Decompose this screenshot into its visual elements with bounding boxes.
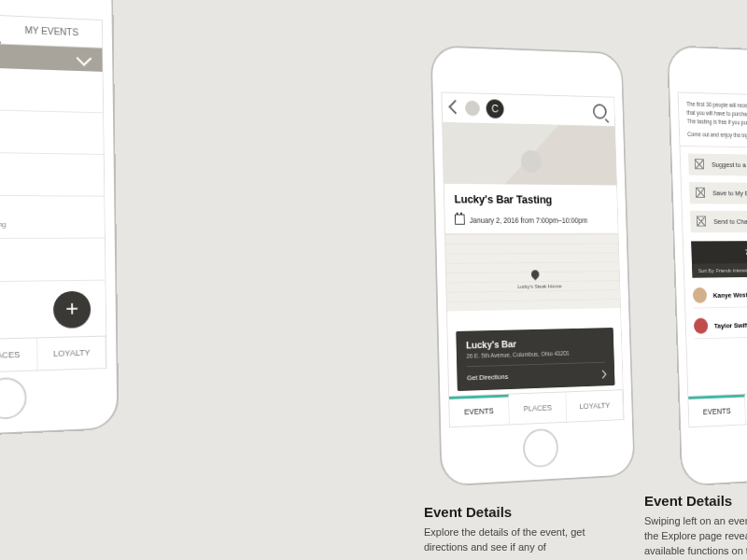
tab-events[interactable]: EVENTS [449, 395, 509, 427]
avatar [694, 318, 709, 334]
button-label: Save to My Events [712, 189, 747, 198]
list-item[interactable]: Bar Tastingby: Jesse George [0, 108, 104, 155]
venue-card: Lucky's Bar 26 E. 5th Avenue, Columbus, … [456, 328, 614, 391]
button-label: Send to Chat [713, 217, 747, 225]
list-item[interactable]: Bar Tastingby: Jesse George [0, 151, 104, 196]
app-logo: C [486, 99, 503, 119]
save-button[interactable]: Save to My Events [689, 182, 747, 204]
list-item[interactable]: Bar Tastingby: Jesse George [0, 64, 103, 113]
bottom-tabs: EVENTS PLACES LOYALTY [688, 389, 747, 427]
person-name: Taylor Swift [714, 321, 747, 329]
back-icon[interactable] [448, 100, 462, 115]
caption-body: Swiping left on an event from the Explor… [644, 514, 747, 560]
sort-row[interactable]: Sort By: Friends Interested in This Even… [692, 262, 747, 277]
desc-line: The tasting is free if you purchase a [687, 117, 747, 129]
home-button[interactable] [523, 428, 559, 469]
search-icon[interactable] [593, 104, 607, 119]
tab-my-events[interactable]: MY EVENTS [0, 16, 102, 48]
desc-line: Come out and enjoy the biggest ta [687, 131, 747, 142]
people-going-bar: 7 People Going [691, 241, 747, 264]
caption-title: Event Details [644, 493, 747, 509]
suggest-button[interactable]: Suggest to a Friend [688, 153, 747, 176]
phone-event-detail: C Lucky's Bar Tasting January 2, 2016 fr… [430, 45, 636, 486]
cta-label: Get Directions [467, 372, 508, 382]
screen: The first 30 people will receive a free … [678, 92, 747, 428]
add-button[interactable]: + [53, 291, 91, 329]
map[interactable]: Lucky's Steak House [445, 234, 620, 312]
chevron-right-icon [599, 371, 606, 379]
caption-event-details-2: Event Details Swiping left on an event f… [644, 493, 747, 560]
tab-loyalty[interactable]: LOYALTY [38, 337, 106, 371]
hero-image [443, 123, 616, 186]
list-item[interactable]: Bar Tastingu liked: Lola's Coffee Tastin… [0, 195, 105, 239]
event-sub: Nationwide Insurance [0, 262, 94, 273]
avatar [693, 287, 708, 303]
send-chat-button[interactable]: Send to Chat [690, 211, 747, 232]
person-name: Kanye West [712, 290, 747, 299]
tab-places[interactable]: PLACES [0, 338, 38, 371]
event-title: Bar Tasting [0, 118, 92, 134]
list-item[interactable]: Kanye West [693, 281, 747, 308]
screen: C Lucky's Bar Tasting January 2, 2016 fr… [441, 92, 624, 428]
chevron-down-icon [77, 50, 92, 65]
bottom-tabs: EVENTS PLACES LOYALTY [0, 336, 106, 375]
header: C [442, 92, 614, 126]
tab-events[interactable]: EVENTS [688, 395, 745, 427]
date-text: January 2, 2016 from 7:00pm–10:00pm [470, 216, 588, 224]
get-directions-button[interactable]: Get Directions [467, 362, 606, 383]
caption-event-details-1: Event Details Explore the details of the… [424, 504, 629, 555]
list-item[interactable]: ide MarathonNationwide Insurance [0, 239, 106, 284]
bottom-tabs: EVENTS PLACES LOYALTY [449, 389, 624, 427]
caption-body: Explore the details of the event, get di… [424, 525, 629, 555]
tab-loyalty[interactable]: LOYALTY [567, 390, 624, 422]
event-title: Lucky's Bar Tasting [444, 184, 618, 215]
tab-places[interactable]: PLACES [509, 392, 568, 424]
phone-explore-list: EXPLORE MY EVENTS Suggested Bar Tastingb… [0, 0, 119, 440]
event-title: Bar Tasting [0, 205, 93, 218]
list-item[interactable]: Taylor Swift [694, 311, 747, 340]
map-pin-label: Lucky's Steak House [517, 284, 561, 289]
caption-title: Event Details [424, 504, 629, 520]
venue-name: Lucky's Bar [466, 336, 604, 350]
phone-event-actions: The first 30 people will receive a free … [667, 45, 747, 486]
event-sub: by: Jesse George [0, 176, 92, 187]
event-sub: u liked: Lola's Coffee Tasting [0, 220, 93, 229]
top-tabs: EXPLORE MY EVENTS [0, 11, 102, 49]
calendar-icon [455, 215, 465, 225]
event-title: Bar Tasting [0, 161, 92, 176]
screen: EXPLORE MY EVENTS Suggested Bar Tastingb… [0, 10, 107, 375]
map-pin-icon [529, 268, 541, 280]
event-title: ide Marathon [0, 247, 93, 261]
sun-icon [521, 150, 543, 173]
button-label: Suggest to a Friend [712, 161, 747, 169]
event-description: The first 30 people will receive a free … [679, 92, 747, 149]
venue-address: 26 E. 5th Avenue, Columbus, Ohio 43201 [466, 349, 604, 359]
event-sub: by: Jesse George [0, 133, 92, 145]
avatar[interactable] [465, 101, 480, 117]
event-title: Bar Tasting [0, 75, 92, 93]
event-date: January 2, 2016 from 7:00pm–10:00pm [444, 215, 617, 234]
home-button[interactable] [0, 377, 27, 420]
